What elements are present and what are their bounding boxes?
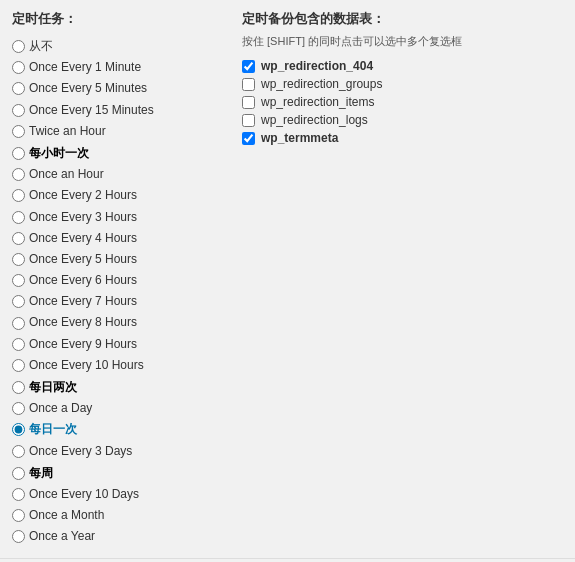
- schedule-label: 每小时一次: [29, 144, 89, 163]
- schedule-item[interactable]: Once Every 9 Hours: [12, 334, 212, 355]
- schedule-label: Once Every 10 Days: [29, 485, 139, 504]
- db-table-name: wp_redirection_items: [261, 95, 374, 109]
- db-table-item[interactable]: wp_redirection_404: [242, 57, 563, 75]
- db-table-checkbox[interactable]: [242, 78, 255, 91]
- db-table-checkbox[interactable]: [242, 114, 255, 127]
- schedule-item[interactable]: Once Every 7 Hours: [12, 291, 212, 312]
- schedule-label: Once Every 15 Minutes: [29, 101, 154, 120]
- schedule-item[interactable]: Once Every 2 Hours: [12, 185, 212, 206]
- db-table-name: wp_redirection_logs: [261, 113, 368, 127]
- schedule-radio[interactable]: [12, 82, 25, 95]
- schedule-radio[interactable]: [12, 253, 25, 266]
- schedule-label: Once Every 7 Hours: [29, 292, 137, 311]
- schedule-label: Once Every 4 Hours: [29, 229, 137, 248]
- schedule-radio[interactable]: [12, 125, 25, 138]
- schedule-label: 从不: [29, 37, 53, 56]
- db-table-name: wp_redirection_404: [261, 59, 373, 73]
- schedule-label: Once a Month: [29, 506, 104, 525]
- schedule-label: Once a Day: [29, 399, 92, 418]
- schedule-radio[interactable]: [12, 104, 25, 117]
- schedule-item[interactable]: 每周: [12, 462, 212, 484]
- db-table-checkbox[interactable]: [242, 132, 255, 145]
- schedule-label: Once Every 3 Hours: [29, 208, 137, 227]
- schedule-radio[interactable]: [12, 168, 25, 181]
- schedule-item[interactable]: 从不: [12, 36, 212, 57]
- schedule-label: Once Every 9 Hours: [29, 335, 137, 354]
- schedule-radio[interactable]: [12, 402, 25, 415]
- schedule-radio[interactable]: [12, 530, 25, 543]
- schedule-radio[interactable]: [12, 359, 25, 372]
- schedule-radio[interactable]: [12, 445, 25, 458]
- schedule-radio[interactable]: [12, 509, 25, 522]
- schedule-label: Once Every 5 Minutes: [29, 79, 147, 98]
- left-panel: 定时任务： 从不Once Every 1 MinuteOnce Every 5 …: [12, 10, 212, 548]
- schedule-radio[interactable]: [12, 488, 25, 501]
- db-table-item[interactable]: wp_redirection_groups: [242, 75, 563, 93]
- db-table-checkbox[interactable]: [242, 96, 255, 109]
- schedule-item[interactable]: Once Every 3 Hours: [12, 207, 212, 228]
- schedule-item[interactable]: Once a Year: [12, 526, 212, 547]
- schedule-radio[interactable]: [12, 232, 25, 245]
- schedule-label: Once Every 2 Hours: [29, 186, 137, 205]
- schedule-radio[interactable]: [12, 147, 25, 160]
- db-table-item[interactable]: wp_redirection_logs: [242, 111, 563, 129]
- right-panel: 定时备份包含的数据表： 按住 [SHIFT] 的同时点击可以选中多个复选框 wp…: [222, 10, 563, 548]
- bottom-section: 通过电子邮件发送备份至：: [0, 558, 575, 563]
- db-table-item[interactable]: wp_redirection_items: [242, 93, 563, 111]
- schedule-label: Once a Year: [29, 527, 95, 546]
- schedule-item[interactable]: Once Every 5 Minutes: [12, 78, 212, 99]
- schedule-item[interactable]: Once Every 5 Hours: [12, 249, 212, 270]
- schedule-item[interactable]: Once Every 6 Hours: [12, 270, 212, 291]
- schedule-radio[interactable]: [12, 211, 25, 224]
- schedule-label: 每日一次: [29, 420, 77, 439]
- schedule-item[interactable]: 每小时一次: [12, 142, 212, 164]
- schedule-radio[interactable]: [12, 317, 25, 330]
- schedule-item[interactable]: Once Every 4 Hours: [12, 228, 212, 249]
- schedule-item[interactable]: Once Every 10 Hours: [12, 355, 212, 376]
- schedule-label: Once Every 5 Hours: [29, 250, 137, 269]
- db-table-name: wp_redirection_groups: [261, 77, 382, 91]
- schedule-label: Once Every 10 Hours: [29, 356, 144, 375]
- db-title: 定时备份包含的数据表：: [242, 10, 563, 28]
- schedule-item[interactable]: Once Every 1 Minute: [12, 57, 212, 78]
- schedule-item[interactable]: 每日两次: [12, 376, 212, 398]
- schedule-item[interactable]: Once Every 10 Days: [12, 484, 212, 505]
- schedule-label: Once Every 8 Hours: [29, 313, 137, 332]
- schedule-label: 每日两次: [29, 378, 77, 397]
- schedule-title: 定时任务：: [12, 10, 212, 28]
- schedule-radio[interactable]: [12, 423, 25, 436]
- schedule-item[interactable]: Twice an Hour: [12, 121, 212, 142]
- schedule-label: 每周: [29, 464, 53, 483]
- db-table-name: wp_termmeta: [261, 131, 338, 145]
- schedule-item[interactable]: Once a Month: [12, 505, 212, 526]
- schedule-item[interactable]: Once a Day: [12, 398, 212, 419]
- db-table-checkbox[interactable]: [242, 60, 255, 73]
- schedule-list: 从不Once Every 1 MinuteOnce Every 5 Minute…: [12, 36, 212, 548]
- schedule-radio[interactable]: [12, 40, 25, 53]
- schedule-item[interactable]: Once an Hour: [12, 164, 212, 185]
- schedule-label: Once Every 6 Hours: [29, 271, 137, 290]
- schedule-radio[interactable]: [12, 467, 25, 480]
- schedule-label: Once Every 3 Days: [29, 442, 132, 461]
- schedule-radio[interactable]: [12, 274, 25, 287]
- schedule-item[interactable]: Once Every 8 Hours: [12, 312, 212, 333]
- schedule-item[interactable]: 每日一次: [12, 419, 212, 440]
- schedule-radio[interactable]: [12, 381, 25, 394]
- schedule-radio[interactable]: [12, 295, 25, 308]
- schedule-item[interactable]: Once Every 3 Days: [12, 441, 212, 462]
- schedule-radio[interactable]: [12, 189, 25, 202]
- db-table-list: wp_redirection_404wp_redirection_groupsw…: [242, 57, 563, 147]
- schedule-label: Once an Hour: [29, 165, 104, 184]
- db-hint: 按住 [SHIFT] 的同时点击可以选中多个复选框: [242, 34, 563, 49]
- schedule-radio[interactable]: [12, 61, 25, 74]
- schedule-label: Once Every 1 Minute: [29, 58, 141, 77]
- schedule-radio[interactable]: [12, 338, 25, 351]
- schedule-item[interactable]: Once Every 15 Minutes: [12, 100, 212, 121]
- schedule-label: Twice an Hour: [29, 122, 106, 141]
- db-table-item[interactable]: wp_termmeta: [242, 129, 563, 147]
